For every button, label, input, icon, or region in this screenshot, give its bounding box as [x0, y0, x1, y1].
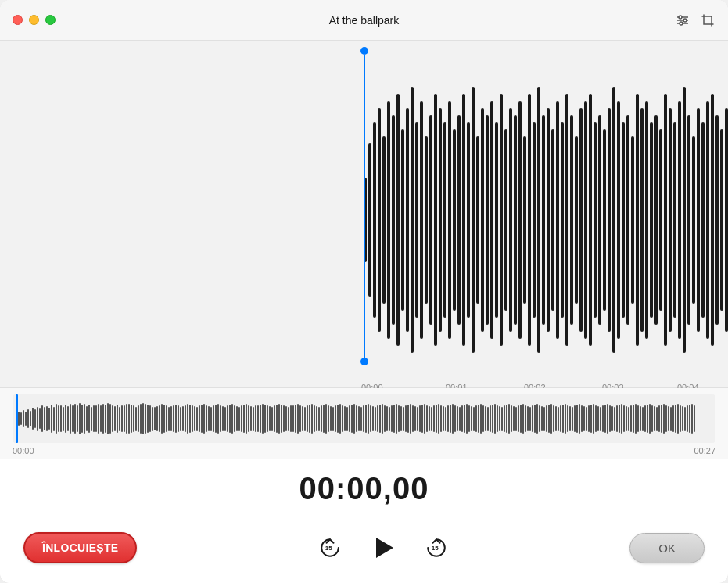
replace-button[interactable]: ÎNLOCUIEȘTE	[23, 532, 137, 563]
filter-icon[interactable]	[675, 13, 690, 28]
waveform-zoom-view[interactable]: 00:00 00:01 00:02 00:03 00:04	[0, 41, 728, 388]
overview-track[interactable]: (function(){ const heights = [20,30,25,3…	[13, 394, 715, 443]
titlebar: At the ballpark	[0, 0, 728, 41]
svg-text:15: 15	[325, 545, 332, 552]
crop-icon[interactable]	[700, 13, 715, 28]
waveform-overview[interactable]: (function(){ const heights = [20,30,25,3…	[0, 388, 728, 459]
window-title: At the ballpark	[329, 14, 400, 27]
playhead-dot-top	[360, 47, 368, 55]
timer-display: 00:00,00	[0, 459, 728, 513]
svg-point-3	[679, 16, 682, 19]
minimize-button[interactable]	[29, 15, 39, 25]
titlebar-actions	[675, 13, 715, 28]
overview-time-start: 00:00	[13, 446, 34, 455]
skip-back-button[interactable]: 15	[313, 531, 347, 565]
controls-bar: ÎNLOCUIEȘTE 15	[0, 513, 728, 583]
waveform-unplayed-bars	[364, 80, 728, 360]
overview-bars: (function(){ const heights = [20,30,25,3…	[16, 394, 712, 443]
skip-forward-button[interactable]: 15	[419, 531, 454, 565]
overview-time-end: 00:27	[694, 446, 715, 455]
overview-time-markers: 00:00 00:27	[13, 443, 715, 459]
close-button[interactable]	[13, 15, 23, 25]
maximize-button[interactable]	[45, 15, 56, 25]
traffic-lights	[13, 15, 56, 25]
svg-point-5	[680, 22, 683, 25]
svg-point-4	[683, 19, 687, 22]
waveform-played-bars	[23, 80, 364, 360]
overview-playhead	[16, 394, 18, 443]
play-button[interactable]	[366, 531, 400, 565]
ok-button[interactable]: OK	[629, 533, 705, 563]
app-window: At the ballpark	[0, 0, 728, 583]
play-triangle-icon	[376, 538, 393, 558]
svg-text:15: 15	[432, 545, 439, 552]
main-content: 00:00 00:01 00:02 00:03 00:04 (function(…	[0, 41, 728, 583]
center-controls: 15 15	[313, 531, 454, 565]
